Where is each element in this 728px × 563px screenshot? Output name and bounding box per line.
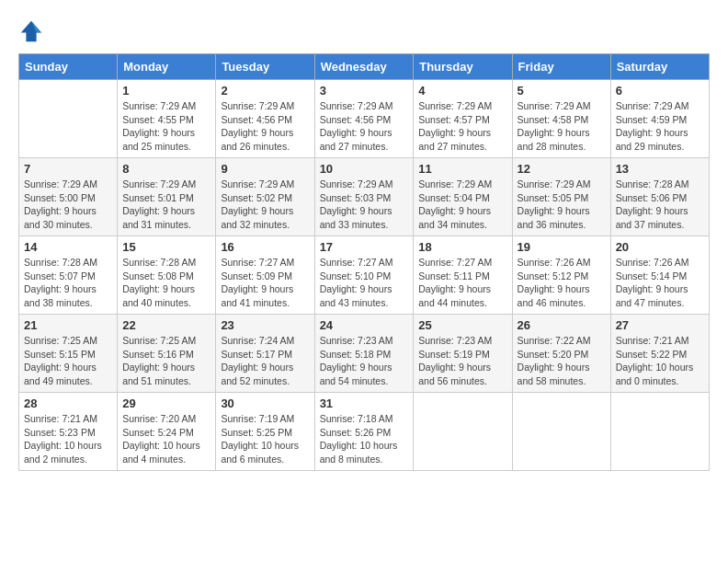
day-info: Sunrise: 7:29 AM Sunset: 4:56 PM Dayligh… bbox=[221, 99, 309, 154]
day-info: Sunrise: 7:29 AM Sunset: 5:05 PM Dayligh… bbox=[518, 178, 606, 232]
day-of-week-header: Tuesday bbox=[216, 54, 314, 80]
day-info: Sunrise: 7:29 AM Sunset: 4:58 PM Dayligh… bbox=[518, 99, 606, 154]
day-info: Sunrise: 7:29 AM Sunset: 5:00 PM Dayligh… bbox=[24, 178, 112, 232]
calendar-day-cell bbox=[610, 393, 709, 471]
day-of-week-header: Thursday bbox=[414, 54, 512, 80]
calendar-day-cell: 24Sunrise: 7:23 AM Sunset: 5:18 PM Dayli… bbox=[314, 315, 414, 393]
calendar-day-cell: 10Sunrise: 7:29 AM Sunset: 5:03 PM Dayli… bbox=[314, 158, 414, 236]
day-number: 26 bbox=[518, 318, 606, 332]
day-info: Sunrise: 7:26 AM Sunset: 5:14 PM Dayligh… bbox=[616, 256, 704, 310]
calendar-day-cell: 11Sunrise: 7:29 AM Sunset: 5:04 PM Dayli… bbox=[414, 158, 512, 236]
day-of-week-header: Friday bbox=[512, 54, 610, 80]
day-number: 9 bbox=[221, 162, 309, 176]
day-number: 18 bbox=[418, 240, 506, 254]
day-number: 7 bbox=[24, 162, 112, 176]
day-info: Sunrise: 7:29 AM Sunset: 4:57 PM Dayligh… bbox=[418, 99, 506, 154]
calendar-week-row: 7Sunrise: 7:29 AM Sunset: 5:00 PM Daylig… bbox=[19, 158, 710, 236]
calendar-day-cell: 18Sunrise: 7:27 AM Sunset: 5:11 PM Dayli… bbox=[414, 236, 512, 315]
day-info: Sunrise: 7:24 AM Sunset: 5:17 PM Dayligh… bbox=[221, 334, 309, 388]
logo bbox=[18, 18, 48, 44]
calendar-day-cell: 26Sunrise: 7:22 AM Sunset: 5:20 PM Dayli… bbox=[512, 315, 610, 393]
day-info: Sunrise: 7:19 AM Sunset: 5:25 PM Dayligh… bbox=[221, 412, 309, 466]
day-number: 20 bbox=[616, 240, 704, 254]
calendar-day-cell: 31Sunrise: 7:18 AM Sunset: 5:26 PM Dayli… bbox=[314, 393, 414, 471]
day-number: 28 bbox=[24, 396, 112, 410]
calendar-day-cell: 25Sunrise: 7:23 AM Sunset: 5:19 PM Dayli… bbox=[414, 315, 512, 393]
day-number: 30 bbox=[221, 396, 309, 410]
day-number: 22 bbox=[122, 318, 210, 332]
calendar-day-cell bbox=[512, 393, 610, 471]
day-number: 3 bbox=[320, 84, 409, 98]
day-info: Sunrise: 7:25 AM Sunset: 5:16 PM Dayligh… bbox=[122, 334, 210, 388]
day-info: Sunrise: 7:29 AM Sunset: 5:04 PM Dayligh… bbox=[418, 178, 506, 232]
calendar-day-cell: 17Sunrise: 7:27 AM Sunset: 5:10 PM Dayli… bbox=[314, 236, 414, 315]
day-number: 16 bbox=[221, 240, 309, 254]
calendar-day-cell bbox=[19, 80, 118, 158]
day-info: Sunrise: 7:22 AM Sunset: 5:20 PM Dayligh… bbox=[518, 334, 606, 388]
day-info: Sunrise: 7:23 AM Sunset: 5:18 PM Dayligh… bbox=[320, 334, 409, 388]
day-number: 2 bbox=[221, 84, 309, 98]
day-number: 10 bbox=[320, 162, 409, 176]
day-info: Sunrise: 7:29 AM Sunset: 4:59 PM Dayligh… bbox=[616, 99, 704, 154]
day-info: Sunrise: 7:27 AM Sunset: 5:10 PM Dayligh… bbox=[320, 256, 409, 310]
page-header bbox=[18, 18, 710, 44]
day-number: 13 bbox=[616, 162, 704, 176]
day-number: 24 bbox=[320, 318, 409, 332]
calendar-table: SundayMondayTuesdayWednesdayThursdayFrid… bbox=[18, 53, 710, 471]
calendar-day-cell: 5Sunrise: 7:29 AM Sunset: 4:58 PM Daylig… bbox=[512, 80, 610, 158]
calendar-day-cell: 20Sunrise: 7:26 AM Sunset: 5:14 PM Dayli… bbox=[610, 236, 709, 315]
day-number: 15 bbox=[122, 240, 210, 254]
calendar-day-cell: 16Sunrise: 7:27 AM Sunset: 5:09 PM Dayli… bbox=[216, 236, 314, 315]
day-number: 19 bbox=[518, 240, 606, 254]
day-number: 25 bbox=[418, 318, 506, 332]
day-number: 8 bbox=[122, 162, 210, 176]
calendar-week-row: 1Sunrise: 7:29 AM Sunset: 4:55 PM Daylig… bbox=[19, 80, 710, 158]
calendar-day-cell: 13Sunrise: 7:28 AM Sunset: 5:06 PM Dayli… bbox=[610, 158, 709, 236]
calendar-week-row: 14Sunrise: 7:28 AM Sunset: 5:07 PM Dayli… bbox=[19, 236, 710, 315]
calendar-week-row: 21Sunrise: 7:25 AM Sunset: 5:15 PM Dayli… bbox=[19, 315, 710, 393]
day-number: 11 bbox=[418, 162, 506, 176]
calendar-day-cell: 6Sunrise: 7:29 AM Sunset: 4:59 PM Daylig… bbox=[610, 80, 709, 158]
day-info: Sunrise: 7:27 AM Sunset: 5:11 PM Dayligh… bbox=[418, 256, 506, 310]
day-number: 23 bbox=[221, 318, 309, 332]
calendar-day-cell: 28Sunrise: 7:21 AM Sunset: 5:23 PM Dayli… bbox=[19, 393, 118, 471]
logo-icon bbox=[18, 18, 44, 44]
calendar-day-cell: 3Sunrise: 7:29 AM Sunset: 4:56 PM Daylig… bbox=[314, 80, 414, 158]
calendar-day-cell: 22Sunrise: 7:25 AM Sunset: 5:16 PM Dayli… bbox=[118, 315, 216, 393]
day-of-week-header: Sunday bbox=[19, 54, 118, 80]
day-of-week-header: Wednesday bbox=[314, 54, 414, 80]
calendar-week-row: 28Sunrise: 7:21 AM Sunset: 5:23 PM Dayli… bbox=[19, 393, 710, 471]
day-number: 1 bbox=[122, 84, 210, 98]
day-number: 29 bbox=[122, 396, 210, 410]
day-number: 17 bbox=[320, 240, 409, 254]
calendar-day-cell: 21Sunrise: 7:25 AM Sunset: 5:15 PM Dayli… bbox=[19, 315, 118, 393]
day-number: 6 bbox=[616, 84, 704, 98]
day-info: Sunrise: 7:28 AM Sunset: 5:08 PM Dayligh… bbox=[122, 256, 210, 310]
calendar-day-cell: 8Sunrise: 7:29 AM Sunset: 5:01 PM Daylig… bbox=[118, 158, 216, 236]
calendar-day-cell: 1Sunrise: 7:29 AM Sunset: 4:55 PM Daylig… bbox=[118, 80, 216, 158]
day-info: Sunrise: 7:23 AM Sunset: 5:19 PM Dayligh… bbox=[418, 334, 506, 388]
calendar-day-cell: 30Sunrise: 7:19 AM Sunset: 5:25 PM Dayli… bbox=[216, 393, 314, 471]
calendar-header-row: SundayMondayTuesdayWednesdayThursdayFrid… bbox=[19, 54, 710, 80]
day-number: 14 bbox=[24, 240, 112, 254]
day-of-week-header: Saturday bbox=[610, 54, 709, 80]
day-info: Sunrise: 7:25 AM Sunset: 5:15 PM Dayligh… bbox=[24, 334, 112, 388]
calendar-day-cell: 9Sunrise: 7:29 AM Sunset: 5:02 PM Daylig… bbox=[216, 158, 314, 236]
calendar-day-cell: 12Sunrise: 7:29 AM Sunset: 5:05 PM Dayli… bbox=[512, 158, 610, 236]
calendar-day-cell bbox=[414, 393, 512, 471]
day-info: Sunrise: 7:29 AM Sunset: 5:01 PM Dayligh… bbox=[122, 178, 210, 232]
day-info: Sunrise: 7:29 AM Sunset: 5:02 PM Dayligh… bbox=[221, 178, 309, 232]
day-number: 12 bbox=[518, 162, 606, 176]
day-info: Sunrise: 7:18 AM Sunset: 5:26 PM Dayligh… bbox=[320, 412, 409, 466]
calendar-day-cell: 4Sunrise: 7:29 AM Sunset: 4:57 PM Daylig… bbox=[414, 80, 512, 158]
calendar-day-cell: 23Sunrise: 7:24 AM Sunset: 5:17 PM Dayli… bbox=[216, 315, 314, 393]
calendar-day-cell: 19Sunrise: 7:26 AM Sunset: 5:12 PM Dayli… bbox=[512, 236, 610, 315]
calendar-day-cell: 14Sunrise: 7:28 AM Sunset: 5:07 PM Dayli… bbox=[19, 236, 118, 315]
day-number: 4 bbox=[418, 84, 506, 98]
calendar-day-cell: 15Sunrise: 7:28 AM Sunset: 5:08 PM Dayli… bbox=[118, 236, 216, 315]
day-info: Sunrise: 7:28 AM Sunset: 5:06 PM Dayligh… bbox=[616, 178, 704, 232]
calendar-day-cell: 7Sunrise: 7:29 AM Sunset: 5:00 PM Daylig… bbox=[19, 158, 118, 236]
day-info: Sunrise: 7:27 AM Sunset: 5:09 PM Dayligh… bbox=[221, 256, 309, 310]
day-info: Sunrise: 7:28 AM Sunset: 5:07 PM Dayligh… bbox=[24, 256, 112, 310]
calendar-day-cell: 2Sunrise: 7:29 AM Sunset: 4:56 PM Daylig… bbox=[216, 80, 314, 158]
